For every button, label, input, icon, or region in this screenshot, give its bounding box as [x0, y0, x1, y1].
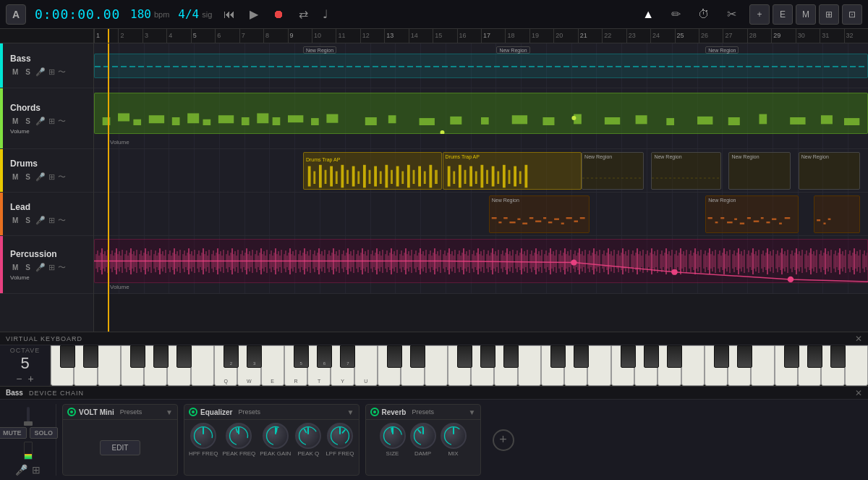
black-key-4-1[interactable]	[737, 345, 752, 368]
skip-back-button[interactable]: ⏮	[221, 5, 238, 24]
black-key-0-2[interactable]	[130, 345, 145, 368]
black-key-4-4[interactable]	[830, 345, 846, 368]
white-key-B6[interactable]: U	[354, 345, 378, 386]
chords-auto-icon[interactable]: 〜	[58, 116, 66, 127]
eq-power-btn[interactable]	[189, 408, 197, 416]
size-knob[interactable]	[380, 423, 406, 449]
eq-preset-arrow[interactable]: ▼	[347, 408, 354, 416]
reverb-power-btn[interactable]	[370, 408, 379, 416]
chords-solo-btn[interactable]: S	[23, 117, 33, 126]
play-button[interactable]: ▶	[247, 4, 261, 24]
bass-new-region-3[interactable]: New Region	[705, 46, 739, 54]
peak-freq-knob[interactable]	[226, 423, 252, 449]
bass-eq-icon[interactable]: ⊞	[48, 67, 55, 77]
reverb-preset-arrow[interactable]: ▼	[469, 408, 476, 416]
vk-close-button[interactable]: ✕	[855, 334, 862, 344]
eq-presets-label[interactable]: Presets	[238, 408, 260, 416]
piano-keys[interactable]: QWERTYU23567	[51, 345, 868, 386]
black-key-2-3[interactable]	[480, 345, 495, 368]
octave-plus-btn[interactable]: +	[28, 373, 34, 384]
lpf-freq-knob[interactable]	[327, 423, 353, 449]
bass-mic-icon[interactable]: 🎤	[35, 67, 46, 77]
pencil-tool-button[interactable]: ✏	[667, 4, 685, 24]
drums-new-region-1[interactable]: New Region	[582, 153, 643, 161]
drums-mic-icon[interactable]: 🎤	[35, 172, 46, 182]
black-key-0-0[interactable]	[60, 345, 75, 368]
record-button[interactable]: ⏺	[270, 5, 287, 24]
white-key-B7[interactable]	[518, 345, 541, 386]
dc-mic-icon[interactable]: 🎤	[15, 464, 27, 476]
drums-new-region-2[interactable]: New Region	[652, 153, 720, 161]
percussion-eq-icon[interactable]: ⊞	[48, 263, 55, 272]
clock-tool-button[interactable]: ⏱	[694, 5, 714, 24]
volt-mini-edit-btn[interactable]: EDIT	[100, 440, 141, 455]
bpm-value[interactable]: 180	[130, 7, 151, 21]
lead-solo-btn[interactable]: S	[23, 216, 33, 225]
percussion-track-row[interactable]: Volume	[94, 236, 868, 294]
mix-button[interactable]: M	[796, 4, 816, 25]
piano-button[interactable]: ⊞	[819, 4, 839, 25]
drums-track-row[interactable]: Drums Trap AP	[94, 149, 868, 193]
black-key-4-3[interactable]	[807, 345, 822, 368]
dc-eq-icon[interactable]: ⊞	[32, 464, 41, 476]
chords-mic-icon[interactable]: 🎤	[35, 117, 46, 126]
black-key-1-3[interactable]: 6	[317, 345, 332, 368]
white-key-B9[interactable]	[845, 345, 868, 386]
logo-button[interactable]: A	[6, 4, 26, 25]
scissors-tool-button[interactable]: ✂	[723, 4, 741, 24]
drums-eq-icon[interactable]: ⊞	[48, 172, 55, 182]
lead-new-region-1[interactable]: New Region	[490, 196, 589, 204]
peak-q-knob[interactable]	[295, 423, 321, 449]
bass-track-row[interactable]: New Region New Region New Region	[94, 43, 868, 88]
lead-track-row[interactable]: New Region	[94, 193, 868, 236]
volt-mini-presets-label[interactable]: Presets	[120, 408, 142, 416]
bass-auto-icon[interactable]: 〜	[58, 67, 66, 77]
chords-mute-btn[interactable]: M	[10, 117, 20, 126]
drums-solo-btn[interactable]: S	[23, 172, 33, 182]
drums-trap-1[interactable]: Drums Trap AP	[304, 156, 442, 163]
peak-gain-knob[interactable]	[263, 423, 289, 449]
black-key-1-0[interactable]: 2	[224, 345, 239, 368]
white-key-E9[interactable]	[751, 345, 774, 386]
black-key-4-0[interactable]	[714, 345, 729, 368]
eq-button[interactable]: E	[773, 4, 793, 25]
percussion-auto-icon[interactable]: 〜	[58, 262, 66, 273]
bass-solo-btn[interactable]: S	[23, 67, 33, 77]
white-key-E6[interactable]: E	[261, 345, 284, 386]
white-key-B5[interactable]	[191, 345, 214, 386]
volt-mini-preset-arrow[interactable]: ▼	[166, 408, 173, 416]
black-key-1-4[interactable]: 7	[340, 345, 355, 368]
black-key-4-2[interactable]	[784, 345, 799, 368]
hpf-freq-knob[interactable]	[190, 423, 216, 449]
black-key-2-2[interactable]	[457, 345, 472, 368]
bass-new-region-1[interactable]: New Region	[303, 46, 336, 54]
black-key-0-1[interactable]	[83, 345, 98, 368]
add-track-button[interactable]: +	[749, 4, 770, 25]
chords-eq-icon[interactable]: ⊞	[48, 117, 55, 126]
loop-button[interactable]: ⇄	[296, 4, 311, 24]
time-display[interactable]: 0:00:00.00	[35, 7, 122, 22]
lead-eq-icon[interactable]: ⊞	[48, 216, 55, 225]
drums-trap-2[interactable]: Drums Trap AP	[443, 153, 582, 161]
black-key-2-1[interactable]	[410, 345, 425, 368]
lead-mic-icon[interactable]: 🎤	[35, 216, 46, 225]
reverb-presets-label[interactable]: Presets	[412, 408, 434, 416]
drums-mute-btn[interactable]: M	[10, 172, 20, 182]
percussion-mic-icon[interactable]: 🎤	[35, 263, 46, 272]
ruler[interactable]: 1234567891011121314151617181920212223242…	[94, 29, 868, 43]
solo-button[interactable]: SOLO	[30, 427, 59, 439]
drums-new-region-3[interactable]: New Region	[729, 153, 790, 161]
volt-mini-power-btn[interactable]	[67, 408, 76, 416]
black-key-2-0[interactable]	[387, 345, 402, 368]
black-key-2-4[interactable]	[503, 345, 519, 368]
fader-thumb[interactable]	[24, 421, 33, 426]
black-key-1-1[interactable]: 3	[247, 345, 262, 368]
black-key-1-2[interactable]: 5	[294, 345, 309, 368]
black-key-3-3[interactable]	[644, 345, 659, 368]
octave-minus-btn[interactable]: −	[16, 373, 22, 384]
black-key-0-4[interactable]	[176, 345, 192, 368]
bass-new-region-2[interactable]: New Region	[496, 46, 529, 54]
black-key-3-0[interactable]	[550, 345, 566, 368]
black-key-3-4[interactable]	[667, 345, 682, 368]
lead-auto-icon[interactable]: 〜	[58, 215, 66, 226]
